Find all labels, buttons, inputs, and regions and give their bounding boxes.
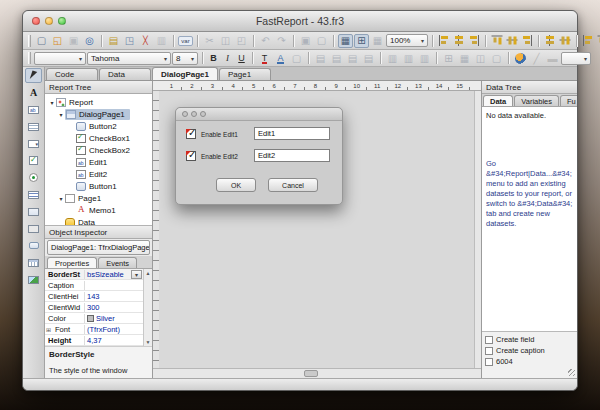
cancel-button-control[interactable]: Cancel: [268, 178, 318, 192]
horizontal-scrollbar[interactable]: [153, 368, 481, 378]
tree-item-button2[interactable]: Button2: [45, 120, 152, 132]
resize-grip[interactable]: [482, 369, 577, 378]
combobox-tool[interactable]: [25, 136, 42, 151]
listbox-tool[interactable]: [25, 187, 42, 202]
tab-data-tree-functions[interactable]: Fu: [560, 95, 577, 106]
bold-button[interactable]: B: [207, 51, 220, 65]
checkbox-icon[interactable]: [485, 358, 493, 366]
tree-item-report[interactable]: Report: [45, 96, 152, 108]
create-field-option[interactable]: Create field: [485, 334, 574, 345]
toolbar-drag-handle[interactable]: [28, 52, 31, 64]
show-grid-toggle[interactable]: [338, 34, 353, 48]
snap-to-grid-toggle[interactable]: [354, 34, 369, 48]
cut-button[interactable]: [202, 34, 217, 48]
frame-top-button[interactable]: [441, 51, 456, 65]
frame-all-button[interactable]: [457, 51, 472, 65]
new-report-button[interactable]: [34, 34, 49, 48]
button-tool[interactable]: [25, 238, 42, 253]
align-text-center-button[interactable]: [329, 51, 344, 65]
font-name-select[interactable]: Tahoma: [87, 52, 171, 65]
select-tool[interactable]: [25, 68, 42, 83]
tree-item-edit2[interactable]: Edit2: [45, 168, 152, 180]
scrollbar-thumb[interactable]: [304, 370, 318, 377]
tab-data-tree-variables[interactable]: Variables: [514, 95, 559, 106]
tab-dialogpage1[interactable]: DialogPage1: [152, 67, 218, 80]
edit-tool[interactable]: [25, 102, 42, 117]
checkbox-tool[interactable]: [25, 153, 42, 168]
title-bar[interactable]: FastReport - 43.fr3: [23, 11, 577, 32]
option-6004[interactable]: 6004: [485, 356, 574, 367]
ungroup-button[interactable]: [314, 34, 329, 48]
font-color-button[interactable]: T: [257, 51, 272, 65]
tree-item-checkbox1[interactable]: CheckBox1: [45, 132, 152, 144]
preview-button[interactable]: [82, 34, 97, 48]
tree-item-dialogpage1[interactable]: DialogPage1: [45, 108, 152, 120]
close-button[interactable]: [32, 17, 40, 25]
frame-width-button[interactable]: [545, 51, 560, 65]
open-report-button[interactable]: [50, 34, 65, 48]
tree-item-checkbox2[interactable]: CheckBox2: [45, 144, 152, 156]
redo-button[interactable]: [274, 34, 289, 48]
align-left-edges-button[interactable]: [438, 35, 450, 46]
tree-item-edit1[interactable]: Edit1: [45, 156, 152, 168]
group-button[interactable]: [298, 34, 313, 48]
tree-item-memo1[interactable]: Memo1: [45, 204, 152, 216]
scroll-up-icon[interactable]: ▲: [146, 270, 151, 276]
save-report-button[interactable]: [66, 34, 81, 48]
collapse-arrow-icon[interactable]: [48, 98, 56, 107]
property-row-height[interactable]: Height 4,37: [45, 335, 143, 346]
copy-button[interactable]: [218, 34, 233, 48]
panel-tool[interactable]: [25, 221, 42, 236]
tab-properties[interactable]: Properties: [47, 257, 97, 268]
design-canvas[interactable]: Enable Edit1 Edit1 Enable Edit2 Edit2 OK…: [159, 91, 474, 368]
align-text-left-button[interactable]: [313, 51, 328, 65]
tree-item-button1[interactable]: Button1: [45, 180, 152, 192]
checkbox-icon[interactable]: [485, 336, 493, 344]
tab-data[interactable]: Data: [99, 68, 151, 80]
tree-item-data[interactable]: Data: [45, 216, 152, 226]
stringgrid-tool[interactable]: [25, 255, 42, 270]
align-text-top-button[interactable]: [385, 51, 400, 65]
treeview-tool[interactable]: [25, 204, 42, 219]
underline-button[interactable]: U: [235, 51, 248, 65]
checkbox1-control[interactable]: [186, 129, 196, 139]
align-bottoms-button[interactable]: [521, 35, 533, 46]
zoom-select[interactable]: 100%: [386, 34, 428, 47]
zoom-button[interactable]: [58, 17, 66, 25]
tab-code[interactable]: Code: [46, 68, 98, 80]
center-horizontally-button[interactable]: [582, 35, 594, 46]
property-row-caption[interactable]: Caption: [45, 280, 143, 291]
edit2-control[interactable]: Edit2: [254, 149, 330, 162]
vertical-scrollbar[interactable]: [474, 91, 481, 368]
property-grid-scrollbar[interactable]: ▲ ▼: [143, 269, 152, 346]
frame-color-button[interactable]: [529, 51, 544, 65]
new-dialog-button[interactable]: [122, 34, 137, 48]
create-caption-option[interactable]: Create caption: [485, 345, 574, 356]
checkbox2-control[interactable]: [186, 151, 196, 161]
frame-style-select[interactable]: [561, 52, 591, 65]
page-settings-button[interactable]: [154, 34, 169, 48]
undo-button[interactable]: [258, 34, 273, 48]
highlight-button[interactable]: A: [273, 51, 288, 65]
expand-icon[interactable]: ⊞: [45, 326, 52, 333]
toolbar-drag-handle[interactable]: [28, 35, 31, 47]
style-select[interactable]: [34, 52, 86, 65]
designed-dialog-form[interactable]: Enable Edit1 Edit1 Enable Edit2 Edit2 OK…: [175, 107, 343, 205]
scroll-down-icon[interactable]: ▼: [146, 339, 151, 345]
justify-text-button[interactable]: [361, 51, 376, 65]
space-vertically-button[interactable]: [560, 35, 571, 47]
edit1-control[interactable]: Edit1: [254, 127, 330, 140]
align-horizontal-centers-button[interactable]: [453, 35, 465, 46]
collapse-arrow-icon[interactable]: [57, 110, 65, 119]
align-text-middle-button[interactable]: [401, 51, 416, 65]
italic-button[interactable]: I: [221, 51, 234, 65]
image-tool[interactable]: [25, 272, 42, 287]
collapse-arrow-icon[interactable]: [57, 194, 65, 203]
tab-page1[interactable]: Page1: [219, 68, 271, 80]
fill-color-button[interactable]: [513, 51, 528, 65]
tab-data-tree-data[interactable]: Data: [483, 95, 513, 106]
space-horizontally-button[interactable]: [544, 35, 556, 46]
variables-button[interactable]: var: [178, 34, 193, 48]
property-row-font[interactable]: ⊞ Font (TfrxFont): [45, 324, 143, 335]
property-row-borderstyle[interactable]: BorderSt bsSizeable: [45, 269, 143, 280]
